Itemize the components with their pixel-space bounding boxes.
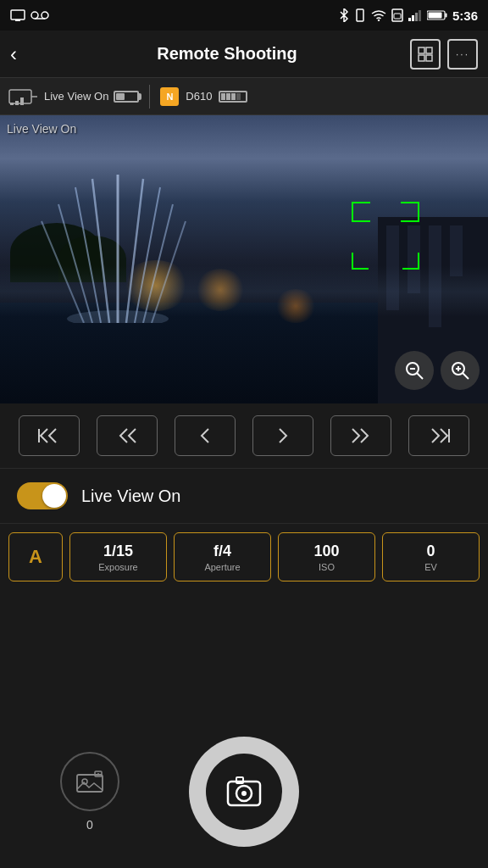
camera-settings: A 1/15 Exposure f/4 Aperture 100 ISO 0 E… xyxy=(0,524,488,590)
status-bar: 5:36 xyxy=(0,0,488,31)
mist-layer xyxy=(0,266,488,317)
grid-view-button[interactable] xyxy=(410,39,441,70)
nikon-badge: N xyxy=(160,87,179,106)
nav-next-button[interactable] xyxy=(252,415,313,456)
iso-value: 100 xyxy=(313,542,339,560)
svg-rect-1 xyxy=(15,19,20,21)
svg-point-3 xyxy=(42,12,48,19)
svg-rect-12 xyxy=(419,10,421,21)
ev-value: 0 xyxy=(426,542,435,560)
aperture-button[interactable]: f/4 Aperture xyxy=(174,532,271,581)
device-icon xyxy=(8,86,39,108)
svg-rect-5 xyxy=(357,9,363,21)
svg-point-2 xyxy=(31,12,38,19)
camera-shutter-icon xyxy=(225,775,263,809)
aperture-label: Aperture xyxy=(204,562,240,572)
svg-rect-17 xyxy=(426,47,432,53)
live-view-toggle-label: Live View On xyxy=(81,487,180,506)
svg-rect-0 xyxy=(11,10,25,19)
gallery-button[interactable] xyxy=(60,752,119,811)
iso-button[interactable]: 100 ISO xyxy=(278,532,375,581)
sim-icon xyxy=(391,8,403,22)
shutter-button[interactable] xyxy=(189,737,299,847)
shutter-inner xyxy=(206,754,282,830)
svg-rect-19 xyxy=(426,55,432,61)
svg-rect-23 xyxy=(15,101,19,105)
toggle-knob xyxy=(42,484,66,508)
bottom-controls: 0 xyxy=(0,715,488,868)
svg-rect-16 xyxy=(419,47,424,53)
svg-rect-10 xyxy=(412,15,414,21)
nav-prev-button[interactable] xyxy=(175,415,236,456)
toolbar-divider xyxy=(149,85,150,108)
aperture-value: f/4 xyxy=(214,542,231,560)
ev-label: EV xyxy=(424,562,437,572)
live-view-toggle-row: Live View On xyxy=(0,469,488,524)
iso-label: ISO xyxy=(319,562,335,572)
live-view-status: Live View On xyxy=(44,90,108,103)
nav-last-button[interactable] xyxy=(408,415,469,456)
live-view-area[interactable]: Live View On xyxy=(0,115,488,403)
status-right-icons: 5:36 xyxy=(339,8,478,23)
svg-point-6 xyxy=(378,19,380,21)
device-battery-icon xyxy=(114,91,139,103)
svg-point-52 xyxy=(241,791,247,796)
nav-first-button[interactable] xyxy=(19,415,80,456)
svg-rect-15 xyxy=(428,13,441,19)
camera-battery-icon xyxy=(219,91,247,103)
gallery-icon xyxy=(76,771,103,793)
camera-info: N D610 xyxy=(160,87,247,106)
toolbar: Live View On N D610 xyxy=(0,78,488,115)
camera-model: D610 xyxy=(186,90,212,103)
app-header: ‹ Remote Shooting ··· xyxy=(0,31,488,78)
svg-rect-24 xyxy=(20,97,24,105)
live-view-toggle-switch[interactable] xyxy=(17,482,68,509)
nav-next-fast-button[interactable] xyxy=(330,415,391,456)
svg-line-37 xyxy=(417,373,423,379)
svg-line-41 xyxy=(463,373,469,379)
svg-rect-22 xyxy=(10,103,14,105)
nav-arrows xyxy=(0,403,488,469)
gallery-section: 0 xyxy=(60,752,119,832)
signal-icon xyxy=(408,9,422,21)
zoom-out-button[interactable] xyxy=(395,351,434,390)
exposure-label: Exposure xyxy=(98,562,137,572)
status-left-icons xyxy=(10,9,49,21)
placeholder-right xyxy=(369,762,428,821)
battery-status-icon xyxy=(427,10,447,20)
time-display: 5:36 xyxy=(452,8,478,23)
bluetooth-icon xyxy=(339,8,349,22)
svg-rect-44 xyxy=(77,775,103,792)
more-options-button[interactable]: ··· xyxy=(447,39,478,70)
page-title: Remote Shooting xyxy=(44,44,410,64)
svg-rect-18 xyxy=(419,55,424,61)
wifi-icon xyxy=(371,9,386,21)
svg-rect-14 xyxy=(445,14,446,18)
svg-rect-8 xyxy=(394,14,401,19)
exposure-button[interactable]: 1/15 Exposure xyxy=(69,532,167,581)
rotate-icon xyxy=(354,8,366,22)
ev-button[interactable]: 0 EV xyxy=(382,532,480,581)
device-status: Live View On xyxy=(8,86,139,108)
exposure-value: 1/15 xyxy=(103,542,133,560)
live-view-overlay-text: Live View On xyxy=(7,122,76,136)
svg-rect-11 xyxy=(415,13,418,21)
svg-rect-9 xyxy=(408,18,411,21)
zoom-in-button[interactable] xyxy=(441,351,480,390)
header-icons: ··· xyxy=(410,39,478,70)
voicemail-icon xyxy=(30,10,49,20)
gallery-count: 0 xyxy=(86,818,93,832)
back-button[interactable]: ‹ xyxy=(10,42,44,66)
zoom-controls xyxy=(395,351,480,390)
mode-button[interactable]: A xyxy=(8,532,63,581)
screen-icon xyxy=(10,9,25,21)
focus-bracket xyxy=(352,202,419,270)
nav-prev-fast-button[interactable] xyxy=(97,415,158,456)
